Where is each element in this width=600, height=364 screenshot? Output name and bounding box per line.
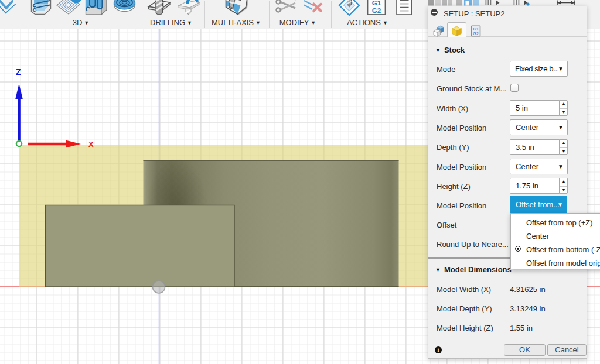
svg-text:G2: G2	[473, 31, 479, 36]
svg-text:X: X	[88, 140, 94, 149]
svg-text:G2: G2	[372, 7, 381, 14]
svg-text:Z: Z	[16, 67, 21, 77]
svg-text:G1: G1	[372, 0, 381, 6]
